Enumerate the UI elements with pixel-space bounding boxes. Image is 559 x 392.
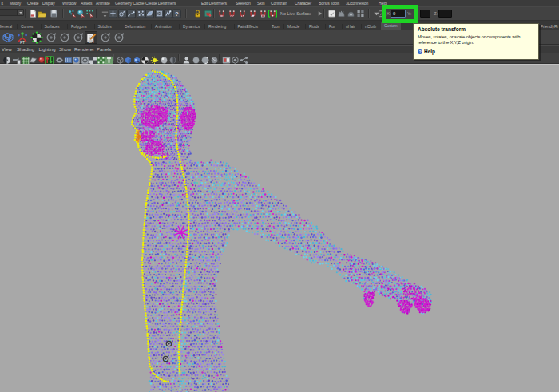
panel-toolbar-divider-1	[113, 54, 114, 61]
ft-rig-icon[interactable]: FT	[16, 31, 29, 44]
mask-deformations-icon[interactable]	[155, 9, 164, 18]
select-hierarchy-icon[interactable]	[68, 9, 77, 18]
shelf-tab-fluids[interactable]: Fluids	[309, 23, 319, 30]
script-a-icon[interactable]	[45, 31, 57, 44]
shelf-tab-surfaces[interactable]: Surfaces	[45, 23, 60, 30]
save-scene-icon[interactable]	[50, 9, 58, 18]
menu-create[interactable]: Create	[27, 0, 38, 6]
shelf-tab-general[interactable]: General	[0, 23, 12, 30]
grid-toggle-icon[interactable]	[21, 53, 30, 62]
script-c-icon[interactable]	[72, 31, 85, 44]
shelf-tab-dynamics[interactable]: Dynamics	[183, 23, 200, 30]
menu-modify[interactable]: Modify	[10, 0, 21, 6]
texture-green-icon[interactable]	[105, 53, 113, 62]
isolate-select-icon[interactable]	[182, 53, 191, 62]
shelf-tab-subdivs[interactable]: Subdivs	[98, 23, 112, 30]
mask-handles-icon[interactable]	[109, 9, 117, 18]
xray-joints-icon[interactable]	[231, 53, 240, 62]
shelf-tab-nhair[interactable]: nHair	[346, 23, 355, 30]
safe-title-icon[interactable]	[72, 53, 81, 62]
multisample-ball-icon[interactable]	[210, 53, 219, 62]
snap-view-icon[interactable]	[259, 9, 268, 18]
snap-planes-icon[interactable]	[248, 9, 257, 18]
poly-wirecube-icon[interactable]	[2, 31, 14, 44]
highlight-selection-icon[interactable]	[204, 9, 212, 18]
menu-skin[interactable]: Skin	[257, 0, 264, 6]
status-divider-2	[62, 9, 64, 18]
gate-mask-icon[interactable]	[45, 53, 54, 62]
mask-surfaces-icon[interactable]	[145, 9, 154, 18]
menu-window[interactable]: Window	[62, 0, 76, 6]
mask-joints-icon[interactable]	[118, 9, 127, 18]
lock-selection-icon[interactable]	[193, 9, 202, 18]
mask-points-icon[interactable]	[137, 9, 145, 18]
tooltip-help-link[interactable]: ?Help	[418, 49, 534, 54]
open-scene-icon[interactable]	[38, 9, 46, 18]
shelf-tab-friendlyri[interactable]: FriendlyRi	[541, 23, 558, 30]
menu-animate[interactable]: Animate	[96, 0, 110, 6]
select-object-icon[interactable]	[77, 9, 85, 18]
shelf-tab-fur[interactable]: Fur	[329, 23, 335, 30]
select-component-icon[interactable]	[85, 9, 94, 18]
shelf-tab-muscle[interactable]: Muscle	[287, 23, 299, 30]
script-e-icon[interactable]	[113, 31, 125, 44]
menu-it[interactable]: it	[2, 0, 3, 6]
shaded-cube-icon[interactable]	[124, 53, 133, 62]
shelf-tab-rendering[interactable]: Rendering	[208, 23, 226, 30]
shelf-tab-ncloth[interactable]: nCloth	[365, 23, 376, 30]
new-scene-icon[interactable]	[29, 9, 38, 18]
menu-display[interactable]: Display	[42, 0, 55, 6]
construction-history-icon[interactable]	[327, 9, 336, 18]
textured-cube-icon[interactable]	[133, 53, 141, 62]
menu-skeleton[interactable]: Skeleton	[236, 0, 251, 6]
menu-create-deformers[interactable]: Create Deformers	[145, 0, 176, 6]
motionblur-ball-icon[interactable]	[200, 53, 209, 62]
camera-attributes-icon[interactable]	[12, 53, 21, 62]
shelf-tab-polygons[interactable]: Polygons	[71, 23, 87, 30]
render-ipr-icon[interactable]	[347, 9, 355, 18]
script-d-icon[interactable]	[99, 31, 112, 44]
mask-misc-icon[interactable]: ?	[172, 9, 181, 18]
render-current-icon[interactable]	[337, 9, 346, 18]
viewport[interactable]	[0, 64, 559, 392]
shelf-tab-animation[interactable]: Animation	[155, 23, 172, 30]
all-lights-icon[interactable]	[160, 53, 168, 62]
film-gate-icon[interactable]	[29, 53, 38, 62]
xray-icon[interactable]	[222, 53, 231, 62]
checker-shade-icon[interactable]	[141, 53, 149, 62]
wireframe-icon[interactable]	[116, 53, 125, 62]
exposure-graph-icon[interactable]	[240, 53, 248, 62]
sh-pencil-icon[interactable]: SH	[85, 31, 97, 44]
snap-points-icon[interactable]	[238, 9, 247, 18]
mask-dynamics-icon[interactable]	[164, 9, 172, 18]
mask-curves-icon[interactable]	[127, 9, 136, 18]
field-chart-icon[interactable]	[55, 53, 64, 62]
z-field-label: Z:	[434, 11, 438, 16]
shelf-tab-toon[interactable]: Toon	[272, 23, 280, 30]
menu-set-dropdown-arrow-icon[interactable]	[17, 10, 23, 15]
y-input[interactable]	[420, 10, 430, 18]
menu-constrain[interactable]: Constrain	[271, 0, 287, 6]
shelf-tab-curves[interactable]: Curves	[21, 23, 33, 30]
menu-edit-deformers[interactable]: Edit Deformers	[201, 0, 227, 6]
script-b-icon[interactable]	[58, 31, 71, 44]
select-camera-icon[interactable]	[2, 53, 11, 62]
snap-curves-icon[interactable]	[228, 9, 236, 18]
shelf-tab-deformation[interactable]: Deformation	[125, 23, 145, 30]
shadows-icon[interactable]	[168, 53, 177, 62]
make-live-icon[interactable]	[268, 9, 277, 18]
z-input[interactable]	[438, 10, 452, 18]
menu-set-selector[interactable]: on	[0, 9, 24, 16]
render-settings-icon[interactable]	[356, 9, 365, 18]
menu-character[interactable]: Character	[295, 0, 311, 6]
ao-ball-icon[interactable]	[192, 53, 200, 62]
menu-geometry-cache[interactable]: Geometry Cache	[115, 0, 144, 6]
menu-bonus-tools[interactable]: Bonus Tools	[319, 0, 339, 6]
shelf-tab-painteffects[interactable]: PaintEffects	[238, 23, 258, 30]
checker-ball-icon[interactable]	[30, 31, 43, 44]
default-lighting-icon[interactable]	[150, 53, 159, 62]
snap-grids-icon[interactable]	[217, 9, 226, 18]
menu-3dconnexion[interactable]: 3Dconnexion	[346, 0, 368, 6]
safe-action-icon[interactable]	[64, 53, 73, 62]
menu-assets[interactable]: Assets	[81, 0, 92, 6]
